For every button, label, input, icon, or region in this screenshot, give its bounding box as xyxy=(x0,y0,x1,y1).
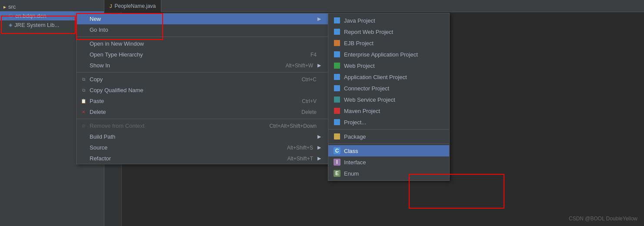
paste-shortcut: Ctrl+V xyxy=(302,98,321,104)
menu-item-source[interactable]: Source Alt+Shift+S ▶ xyxy=(77,142,328,153)
copy-shortcut: Ctrl+C xyxy=(302,76,321,83)
menu-item-remove-context: ⊘ Remove from Context Ctrl+Alt+Shift+Dow… xyxy=(77,120,328,131)
submenu-item-webservice[interactable]: Web Service Project xyxy=(328,94,449,105)
menu-item-copy-qualified-label: Copy Qualified Name xyxy=(90,87,143,93)
show-in-arrow: ▶ xyxy=(317,63,321,68)
submenu-sep-1 xyxy=(328,129,449,130)
delete-icon: ✕ xyxy=(80,109,87,116)
menu-item-copy[interactable]: ⧉ Copy Ctrl+C xyxy=(77,74,328,85)
ejb-icon xyxy=(334,40,340,47)
maven-icon xyxy=(334,107,340,114)
sidebar-item-src[interactable]: ▸ src xyxy=(0,2,104,11)
sidebar-item-label: src xyxy=(8,3,16,10)
submenu-item-web-project[interactable]: Web Project xyxy=(328,60,449,71)
copy-icon: ⧉ xyxy=(80,76,87,83)
menu-item-open-new-window[interactable]: Open in New Window xyxy=(77,38,328,49)
submenu-item-class[interactable]: C Class xyxy=(328,145,449,156)
submenu-item-enterprise[interactable]: Enterprise Application Project xyxy=(328,49,449,60)
submenu-item-label: Enterprise Application Project xyxy=(344,51,418,58)
submenu-item-package[interactable]: Package xyxy=(328,131,449,142)
menu-item-copy-qualified[interactable]: ⧉ Copy Qualified Name xyxy=(77,85,328,96)
menu-item-gointo-label: Go Into xyxy=(90,27,108,33)
submenu-item-ejb[interactable]: EJB Project xyxy=(328,37,449,49)
show-in-icon xyxy=(80,62,87,69)
source-arrow: ▶ xyxy=(317,145,321,150)
editor-tab[interactable]: J PeopleName.java xyxy=(104,0,161,12)
submenu-item-label: Package xyxy=(344,133,366,140)
submenu-item-label: Maven Project xyxy=(344,108,380,114)
refactor-shortcut: Alt+Shift+T xyxy=(287,156,317,162)
new-menu-icon xyxy=(80,16,87,23)
menu-item-refactor[interactable]: Refactor Alt+Shift+T ▶ xyxy=(77,153,328,164)
sidebar-item-label: JRE System Lib... xyxy=(14,22,59,28)
submenu-item-label: Project... xyxy=(344,119,366,126)
menu-item-delete-label: Delete xyxy=(90,109,106,115)
type-hierarchy-shortcut: F4 xyxy=(310,52,321,58)
submenu-item-label: Report Web Project xyxy=(344,29,393,35)
tab-bar: J PeopleName.java xyxy=(104,0,644,12)
delete-shortcut: Delete xyxy=(301,109,321,115)
webservice-icon xyxy=(334,96,340,103)
submenu-item-label: Enum xyxy=(344,170,359,177)
submenu-item-label: Application Client Project xyxy=(344,74,407,80)
submenu-item-connector[interactable]: Connector Project xyxy=(328,83,449,94)
separator-1 xyxy=(77,37,328,37)
menu-item-build-path[interactable]: Build Path ▶ xyxy=(77,131,328,142)
appclient-icon xyxy=(334,73,340,80)
menu-item-gointo[interactable]: Go Into xyxy=(77,24,328,35)
paste-icon: 📋 xyxy=(80,98,87,105)
menu-item-new[interactable]: New ▶ xyxy=(77,13,328,24)
source-icon xyxy=(80,144,87,151)
submenu-sep-2 xyxy=(328,143,449,144)
enterprise-icon xyxy=(334,51,340,58)
submenu-item-label: Web Service Project xyxy=(344,96,395,103)
menu-item-open-new-window-label: Open in New Window xyxy=(90,40,144,47)
java-project-icon xyxy=(334,17,340,24)
interface-submenu-icon: I xyxy=(334,159,340,166)
menu-item-type-hierarchy-label: Open Type Hierarchy xyxy=(90,51,143,58)
separator-2 xyxy=(77,72,328,73)
refactor-icon xyxy=(80,155,87,162)
remove-context-icon: ⊘ xyxy=(80,123,87,130)
menu-item-paste-label: Paste xyxy=(90,98,104,104)
menu-item-build-path-label: Build Path xyxy=(90,133,115,140)
folder-icon: ▸ xyxy=(3,4,6,10)
tab-label: PeopleName.java xyxy=(115,3,156,9)
submenu-item-appclient[interactable]: Application Client Project xyxy=(328,71,449,83)
submenu-item-label: EJB Project xyxy=(344,40,374,47)
remove-context-shortcut: Ctrl+Alt+Shift+Down xyxy=(270,123,321,129)
web-project-icon xyxy=(334,62,340,69)
submenu-item-label: Class xyxy=(344,148,358,154)
open-window-icon xyxy=(80,40,87,47)
submenu-item-enum[interactable]: E Enum xyxy=(328,168,449,179)
submenu-item-label: Java Project xyxy=(344,17,375,24)
menu-item-type-hierarchy[interactable]: Open Type Hierarchy F4 xyxy=(77,49,328,60)
refactor-arrow: ▶ xyxy=(317,156,321,161)
menu-item-new-label: New xyxy=(90,16,101,22)
sidebar-item-label: cn.bdqn.den xyxy=(15,13,47,19)
enum-submenu-icon: E xyxy=(334,170,340,177)
submenu-item-interface[interactable]: I Interface xyxy=(328,156,449,168)
show-in-shortcut: Alt+Shift+W xyxy=(286,63,317,69)
package-submenu-icon xyxy=(334,133,340,140)
menu-item-paste[interactable]: 📋 Paste Ctrl+V xyxy=(77,96,328,106)
submenu-item-label: Web Project xyxy=(344,63,375,69)
watermark: CSDN @BOOL DoubleYellow xyxy=(569,216,637,222)
build-path-arrow: ▶ xyxy=(317,134,321,140)
submenu-item-java-project[interactable]: Java Project xyxy=(328,15,449,26)
hierarchy-icon xyxy=(80,51,87,58)
submenu-item-project[interactable]: Project... xyxy=(328,116,449,128)
report-web-icon xyxy=(334,28,340,35)
menu-item-remove-context-label: Remove from Context xyxy=(90,123,144,129)
context-menu: New ▶ Go Into Open in New Window Open Ty… xyxy=(76,13,328,164)
submenu-item-report-web[interactable]: Report Web Project xyxy=(328,26,449,37)
submenu-item-maven[interactable]: Maven Project xyxy=(328,105,449,116)
menu-item-show-in[interactable]: Show In Alt+Shift+W ▶ xyxy=(77,60,328,71)
class-submenu-icon: C xyxy=(334,147,340,154)
menu-item-delete[interactable]: ✕ Delete Delete xyxy=(77,106,328,117)
menu-item-refactor-label: Refactor xyxy=(90,155,111,162)
submenu-item-label: Connector Project xyxy=(344,85,389,92)
menu-item-show-in-label: Show In xyxy=(90,62,110,69)
copy-qualified-icon: ⧉ xyxy=(80,87,87,94)
gointo-icon xyxy=(80,27,87,33)
